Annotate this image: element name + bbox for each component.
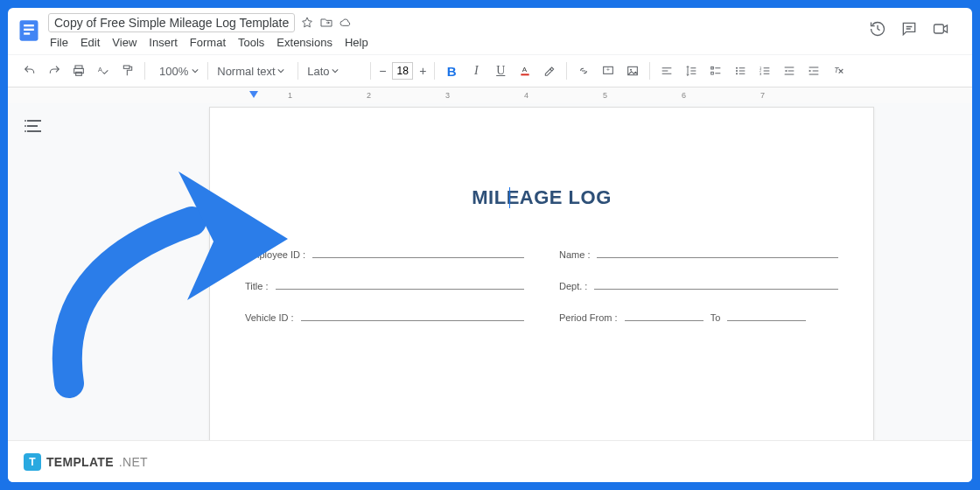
label-to: To [710, 312, 721, 323]
menu-file[interactable]: File [50, 36, 68, 49]
decrease-font-button[interactable]: − [376, 65, 388, 77]
menu-extensions[interactable]: Extensions [276, 36, 332, 49]
svg-text:A: A [98, 66, 102, 74]
ruler-tick: 5 [603, 91, 607, 100]
meet-icon[interactable] [932, 20, 949, 38]
doc-heading[interactable]: MILEAGE LOG [245, 186, 838, 209]
ruler-tick: 2 [367, 91, 371, 100]
input-line[interactable] [312, 248, 524, 258]
label-vehicle-id: Vehicle ID : [245, 312, 294, 323]
italic-button[interactable]: I [465, 60, 487, 82]
history-icon[interactable] [869, 20, 886, 38]
separator [370, 62, 371, 80]
svg-point-54 [24, 130, 26, 132]
svg-point-52 [24, 120, 26, 122]
doc-title-row: Copy of Free Simple Mileage Log Template [48, 13, 869, 32]
undo-button[interactable] [18, 60, 41, 82]
menu-view[interactable]: View [112, 36, 136, 49]
separator [434, 62, 435, 80]
style-dropdown[interactable]: Normal text [214, 65, 292, 78]
menu-format[interactable]: Format [190, 36, 226, 49]
svg-text:3: 3 [760, 72, 762, 76]
numbered-list-button[interactable]: 123 [753, 60, 776, 82]
font-dropdown[interactable]: Lato [304, 65, 365, 78]
paint-format-button[interactable] [116, 60, 139, 82]
svg-rect-26 [711, 72, 714, 74]
input-line[interactable] [625, 311, 704, 321]
svg-rect-1 [24, 24, 34, 26]
text-cursor [509, 187, 510, 208]
label-period-from: Period From : [559, 312, 618, 323]
svg-point-28 [736, 67, 738, 69]
svg-point-32 [736, 73, 738, 74]
svg-rect-6 [934, 24, 944, 33]
footer-brand: TEMPLATE [46, 455, 114, 469]
field-dept[interactable]: Dept. : [559, 279, 838, 291]
docs-logo-icon[interactable] [17, 18, 41, 43]
separator [298, 62, 298, 80]
bulleted-list-button[interactable] [729, 60, 752, 82]
align-button[interactable] [655, 60, 678, 82]
zoom-dropdown[interactable]: 100% [150, 65, 202, 78]
clear-format-button[interactable]: T [827, 60, 850, 82]
bold-button[interactable]: B [440, 60, 463, 82]
input-line[interactable] [727, 311, 806, 321]
cloud-icon[interactable] [339, 16, 353, 30]
field-employee-id[interactable]: Employee ID : [245, 248, 524, 260]
input-line[interactable] [594, 279, 838, 290]
print-button[interactable] [67, 60, 90, 82]
font-size-control: − + [376, 62, 429, 80]
svg-text:A: A [522, 66, 528, 74]
input-line[interactable] [301, 311, 524, 321]
menu-bar: File Edit View Insert Format Tools Exten… [48, 32, 869, 54]
comment-icon[interactable] [900, 20, 918, 38]
field-name[interactable]: Name : [559, 248, 838, 260]
increase-indent-button[interactable] [802, 60, 825, 82]
svg-rect-13 [522, 74, 529, 75]
highlight-button[interactable] [538, 60, 561, 82]
checklist-button[interactable] [704, 60, 727, 82]
field-title[interactable]: Title : [245, 279, 524, 291]
insert-image-button[interactable] [621, 60, 644, 82]
spellcheck-button[interactable]: A [92, 60, 115, 82]
menu-help[interactable]: Help [345, 36, 368, 49]
field-period[interactable]: Period From : To [559, 311, 838, 323]
footer-logo[interactable]: T TEMPLATE.NET [24, 453, 148, 471]
title-area: Copy of Free Simple Mileage Log Template… [48, 13, 869, 54]
move-icon[interactable] [319, 16, 333, 30]
caret-down-icon [332, 67, 339, 74]
redo-button[interactable] [43, 60, 66, 82]
underline-button[interactable]: U [489, 60, 512, 82]
svg-rect-3 [24, 32, 30, 34]
input-line[interactable] [276, 279, 525, 290]
field-vehicle-id[interactable]: Vehicle ID : [245, 311, 524, 323]
caret-down-icon [277, 67, 284, 74]
ruler-tick: 1 [288, 91, 292, 100]
ruler[interactable]: 1 2 3 4 5 6 7 [8, 88, 972, 103]
label-name: Name : [559, 249, 590, 260]
canvas: MILEAGE LOG Employee ID : Name : Title : [8, 103, 972, 466]
style-value: Normal text [217, 65, 275, 78]
menu-tools[interactable]: Tools [238, 36, 264, 49]
input-line[interactable] [597, 248, 838, 258]
insert-comment-button[interactable]: + [597, 60, 620, 82]
menu-insert[interactable]: Insert [149, 36, 178, 49]
separator [144, 62, 145, 80]
text-color-button[interactable]: A [514, 60, 536, 82]
right-icons [869, 13, 963, 38]
indent-marker-icon[interactable] [249, 91, 258, 100]
svg-rect-2 [24, 29, 34, 31]
document-page[interactable]: MILEAGE LOG Employee ID : Name : Title : [209, 107, 874, 466]
insert-link-button[interactable] [572, 60, 595, 82]
star-icon[interactable] [300, 16, 314, 30]
line-spacing-button[interactable] [680, 60, 703, 82]
doc-title[interactable]: Copy of Free Simple Mileage Log Template [48, 13, 295, 32]
decrease-indent-button[interactable] [778, 60, 801, 82]
menu-edit[interactable]: Edit [80, 36, 100, 49]
font-size-input[interactable] [392, 62, 413, 80]
increase-font-button[interactable]: + [416, 65, 429, 77]
outline-toggle-icon[interactable] [24, 116, 45, 136]
app-window: Copy of Free Simple Mileage Log Template… [8, 8, 972, 482]
separator [207, 62, 208, 80]
font-value: Lato [307, 65, 329, 78]
